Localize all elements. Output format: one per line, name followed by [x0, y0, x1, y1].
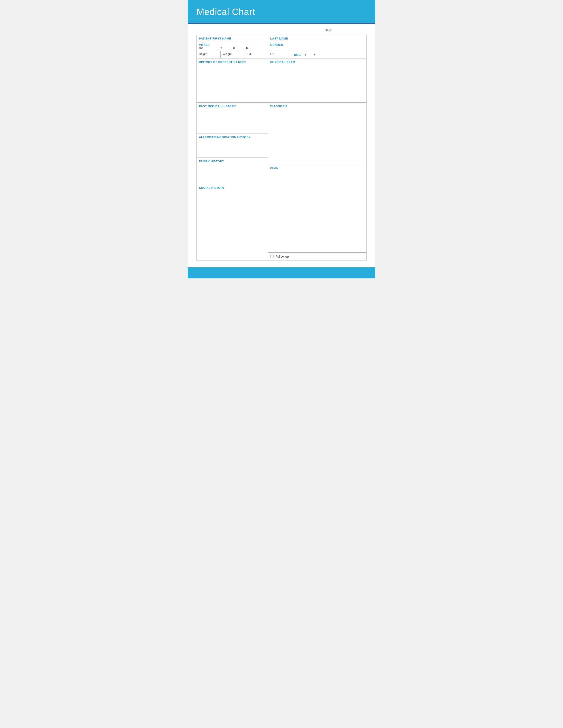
height-cell: Height — [197, 51, 220, 58]
vitals-cell: VITALS BP T P R — [197, 42, 268, 51]
footer — [188, 267, 375, 278]
gender-cell: GENDER — [268, 42, 366, 51]
allergies-label: ALLERGIES/MEDICATION HISTORY — [199, 135, 250, 139]
patient-first-name-cell: PATIENT FIRST NAME — [197, 35, 268, 42]
dob-slash2: / — [314, 52, 315, 57]
dob-slash1: / — [305, 52, 306, 57]
measurements-row: Height Weight BMI O2 DOB / / — [197, 51, 367, 58]
p-label: P — [233, 47, 235, 50]
date-line — [334, 28, 367, 32]
page-title: Medical Chart — [196, 7, 367, 17]
follow-up-checkbox[interactable] — [270, 255, 274, 258]
last-name-label: LAST NAME — [270, 37, 288, 40]
vitals-label: VITALS — [199, 43, 209, 47]
plan-section: PLAN — [268, 164, 366, 253]
family-history-label: FAMILY HISTORY — [199, 160, 224, 163]
main-table: PATIENT FIRST NAME LAST NAME VITALS BP T… — [196, 35, 367, 261]
header: Medical Chart — [188, 0, 375, 23]
follow-up-section: Follow up — [268, 253, 366, 261]
date-row: Date — [196, 28, 367, 32]
social-history-section: SOCIAL HISTORY — [197, 184, 268, 215]
bmi-label: BMI — [246, 52, 251, 56]
bp-label: BP — [199, 47, 203, 50]
family-history-section: FAMILY HISTORY — [197, 158, 268, 184]
follow-up-container: Follow up — [270, 255, 364, 258]
height-label: Height — [199, 52, 207, 56]
r-label: R — [246, 47, 248, 50]
plan-label: PLAN — [270, 166, 278, 170]
social-history-label: SOCIAL HISTORY — [199, 186, 225, 190]
physical-exam-label: PHYSICAL EXAM — [270, 60, 295, 64]
follow-up-label: Follow up — [275, 255, 289, 258]
vitals-values: BP T P R — [199, 47, 265, 50]
dob-label: DOB — [294, 53, 301, 56]
left-sections-cell: PAST MEDICAL HISTORY ALLERGIES/MEDICATIO… — [197, 103, 268, 261]
hopi-label: HISTORY OF PRESENT ILLNESS — [199, 60, 246, 64]
hopi-cell: HISTORY OF PRESENT ILLNESS — [197, 58, 268, 103]
dob-cell: DOB / / — [292, 51, 366, 58]
weight-label: Weight — [223, 52, 231, 56]
gender-label: GENDER — [270, 43, 283, 47]
o2-cell: O2 — [268, 51, 292, 58]
vitals-row: VITALS BP T P R GENDER — [197, 42, 367, 51]
history-diagnosis-row: PAST MEDICAL HISTORY ALLERGIES/MEDICATIO… — [197, 103, 367, 261]
o2-label: O2 — [270, 52, 274, 56]
past-medical-section: PAST MEDICAL HISTORY — [197, 103, 268, 133]
hopi-physical-row: HISTORY OF PRESENT ILLNESS PHYSICAL EXAM — [197, 58, 367, 103]
allergies-section: ALLERGIES/MEDICATION HISTORY — [197, 133, 268, 158]
patient-name-row: PATIENT FIRST NAME LAST NAME — [197, 35, 367, 42]
t-label: T — [220, 47, 222, 50]
diagnosis-section: DIAGNOSIS — [268, 103, 366, 164]
past-medical-label: PAST MEDICAL HISTORY — [199, 105, 236, 108]
patient-first-name-label: PATIENT FIRST NAME — [199, 37, 231, 40]
bmi-cell: BMI — [244, 51, 268, 58]
last-name-cell: LAST NAME — [268, 35, 366, 42]
date-label: Date — [325, 28, 331, 32]
content-area: Date PATIENT FIRST NAME LAST NAME VITALS — [188, 24, 375, 267]
right-sections-cell: DIAGNOSIS PLAN Follow up — [268, 103, 366, 261]
weight-cell: Weight — [220, 51, 244, 58]
diagnosis-label: DIAGNOSIS — [270, 105, 287, 108]
physical-exam-cell: PHYSICAL EXAM — [268, 58, 366, 103]
